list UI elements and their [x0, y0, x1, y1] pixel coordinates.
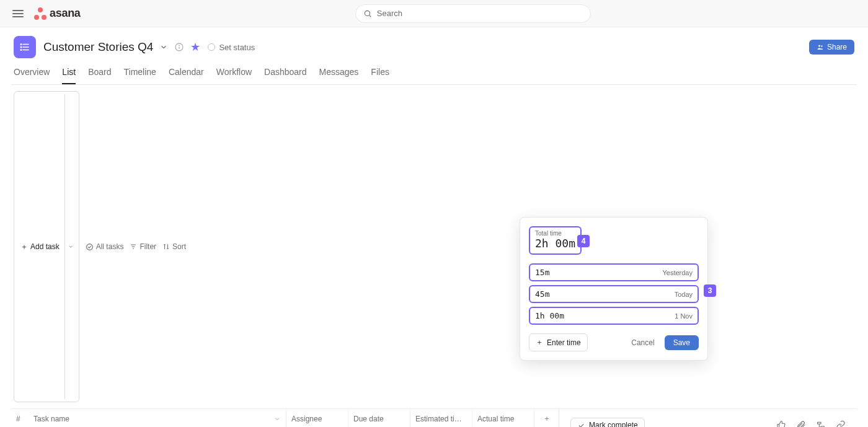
sort-label: Sort [172, 242, 186, 251]
plus-icon: ＋ [536, 337, 543, 348]
search-icon [363, 9, 372, 18]
svg-point-10 [179, 45, 180, 46]
list-toolbar: ＋ Add task All tasks Filter Sort [11, 85, 857, 409]
total-time-value: 2h 00m [535, 237, 575, 250]
like-icon[interactable] [776, 420, 786, 427]
project-header: Customer Stories Q4 ★ Set status Share [11, 27, 857, 61]
svg-point-5 [20, 44, 22, 45]
star-icon[interactable]: ★ [190, 40, 200, 54]
time-entry[interactable]: 45m Today [529, 285, 699, 303]
asana-logo-text: asana [50, 7, 81, 20]
attachment-icon[interactable] [796, 420, 806, 427]
asana-dots-icon [33, 7, 47, 20]
add-column-button[interactable]: ＋ [534, 409, 559, 427]
add-task-dropdown[interactable] [64, 94, 76, 399]
info-icon[interactable] [174, 42, 184, 52]
tab-calendar[interactable]: Calendar [169, 67, 204, 84]
check-circle-icon [86, 243, 94, 251]
svg-point-11 [818, 45, 820, 47]
hamburger-menu-icon[interactable] [12, 10, 24, 17]
col-est-time[interactable]: Estimated ti… [410, 409, 472, 427]
task-detail-pane: Mark complete Write first draft Assignee… [559, 409, 857, 427]
tab-messages[interactable]: Messages [319, 67, 359, 84]
project-list-icon [14, 36, 36, 58]
share-button[interactable]: Share [809, 40, 854, 55]
filter-label: Filter [140, 242, 156, 251]
sort-button[interactable]: Sort [162, 242, 186, 251]
time-entry-amount: 45m [535, 289, 549, 299]
status-ring-icon [208, 43, 215, 51]
col-assignee[interactable]: Assignee [286, 409, 348, 427]
col-actual-time[interactable]: Actual time [472, 409, 534, 427]
all-tasks-label: All tasks [96, 242, 124, 251]
svg-line-1 [369, 15, 371, 17]
people-icon [817, 43, 824, 51]
tab-list[interactable]: List [62, 67, 76, 84]
chevron-down-icon[interactable] [273, 415, 281, 423]
column-headers: # Task name Assignee Due date Estimated … [11, 409, 559, 427]
filter-icon [130, 243, 137, 250]
task-list-pane: # Task name Assignee Due date Estimated … [11, 409, 559, 427]
col-task-name[interactable]: Task name [33, 415, 69, 423]
annotation-badge-3: 3 [704, 284, 716, 297]
add-task-label: Add task [30, 242, 60, 251]
plus-icon: ＋ [20, 242, 28, 252]
time-entry-date: Yesterday [662, 269, 693, 276]
filter-button[interactable]: Filter [130, 242, 156, 251]
search-placeholder: Search [377, 9, 402, 18]
time-entry[interactable]: 1h 00m 1 Nov [529, 307, 699, 325]
project-tabs: Overview List Board Timeline Calendar Wo… [11, 61, 857, 85]
search-input[interactable]: Search [355, 4, 591, 23]
add-task-button[interactable]: ＋ Add task [14, 91, 79, 402]
cancel-button[interactable]: Cancel [626, 335, 659, 350]
project-title[interactable]: Customer Stories Q4 [43, 40, 153, 54]
set-status-button[interactable]: Set status [208, 43, 255, 52]
time-entry-amount: 1h 00m [535, 311, 564, 320]
tab-dashboard[interactable]: Dashboard [264, 67, 307, 84]
mark-complete-label: Mark complete [589, 421, 638, 427]
all-tasks-filter[interactable]: All tasks [86, 242, 124, 251]
tab-workflow[interactable]: Workflow [216, 67, 252, 84]
enter-time-button[interactable]: ＋ Enter time [529, 333, 588, 351]
mark-complete-button[interactable]: Mark complete [570, 418, 645, 427]
time-entry-date: Today [675, 291, 693, 298]
set-status-label: Set status [219, 43, 255, 52]
svg-point-0 [365, 11, 370, 15]
tab-timeline[interactable]: Timeline [124, 67, 156, 84]
save-button[interactable]: Save [665, 335, 699, 350]
link-icon[interactable] [836, 420, 846, 427]
time-entry-date: 1 Nov [675, 312, 693, 320]
actual-time-popover: Total time 2h 00m 4 15m Yesterday 45m To… [520, 217, 708, 361]
svg-point-7 [20, 50, 22, 51]
tab-overview[interactable]: Overview [14, 67, 50, 84]
enter-time-label: Enter time [547, 338, 581, 347]
subtask-icon[interactable] [816, 420, 826, 427]
top-bar: asana Search [0, 0, 868, 27]
annotation-badge-4: 4 [577, 235, 590, 247]
total-time-label: Total time [535, 230, 575, 237]
share-label: Share [827, 43, 847, 51]
sort-icon [162, 243, 170, 250]
content-area: Customer Stories Q4 ★ Set status Share O… [11, 27, 857, 427]
svg-point-6 [20, 46, 22, 48]
tab-files[interactable]: Files [371, 67, 389, 84]
total-time-box: Total time 2h 00m [529, 226, 582, 255]
col-num: # [11, 409, 29, 427]
time-entry-amount: 15m [535, 268, 549, 277]
tab-board[interactable]: Board [88, 67, 111, 84]
time-entry[interactable]: 15m Yesterday [529, 263, 699, 281]
check-icon [577, 421, 585, 428]
svg-point-13 [86, 244, 92, 250]
chevron-down-icon[interactable] [159, 43, 168, 51]
asana-logo[interactable]: asana [33, 7, 81, 20]
col-due-date[interactable]: Due date [348, 409, 410, 427]
svg-point-12 [821, 45, 822, 46]
